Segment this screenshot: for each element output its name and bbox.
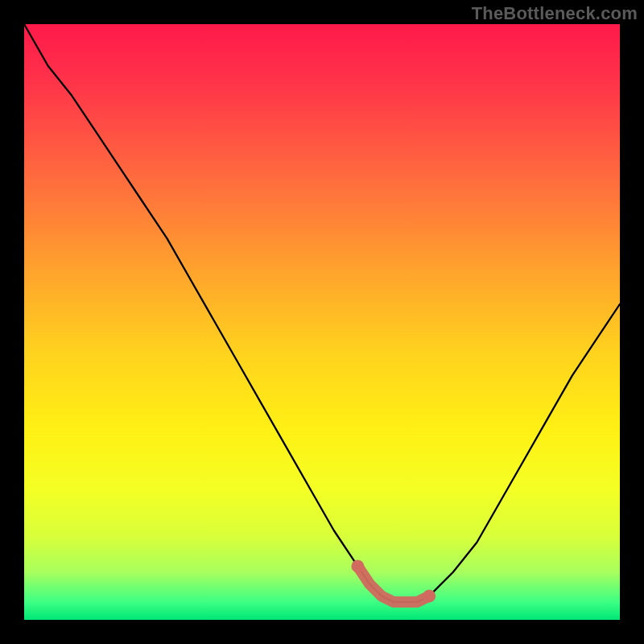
optimal-zone-start-dot	[351, 559, 364, 572]
optimal-zone-end-dot	[423, 589, 436, 602]
chart-svg	[24, 24, 620, 620]
bottleneck-curve-line	[24, 24, 620, 602]
chart-plot-area	[24, 24, 620, 620]
optimal-zone-marker	[357, 566, 429, 601]
watermark-text: TheBottleneck.com	[472, 3, 638, 24]
